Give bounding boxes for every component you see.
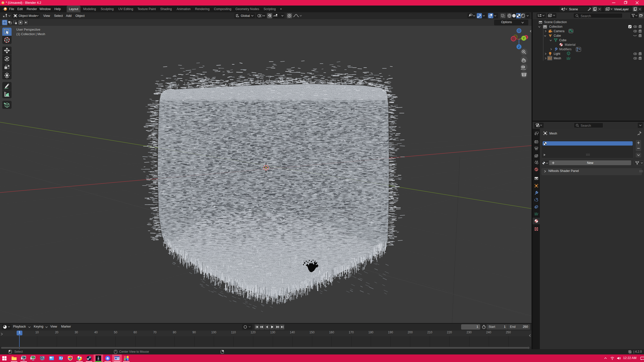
svg-text:Z: Z [518, 45, 520, 49]
svg-text:Y: Y [523, 36, 525, 40]
